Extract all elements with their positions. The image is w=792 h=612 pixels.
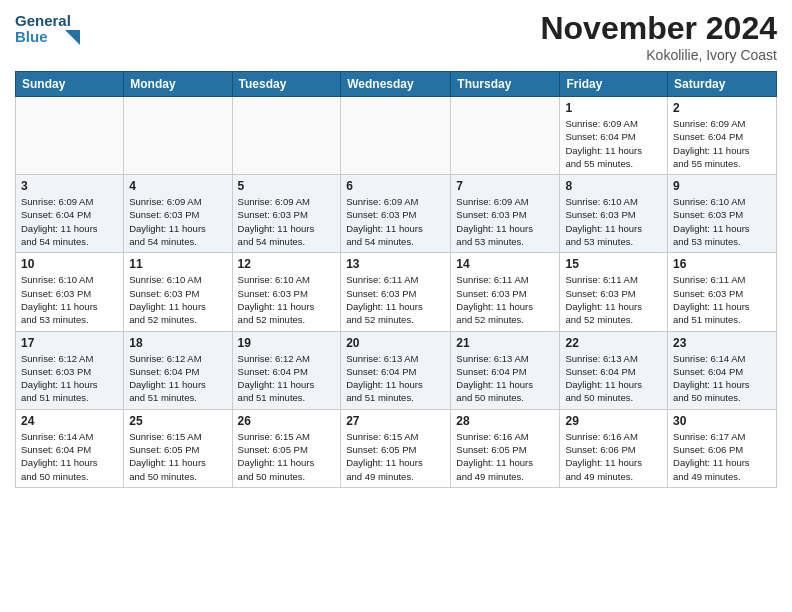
title-block: November 2024 Kokolilie, Ivory Coast [540, 10, 777, 63]
svg-text:Blue: Blue [15, 28, 48, 45]
calendar-cell: 2Sunrise: 6:09 AM Sunset: 6:04 PM Daylig… [668, 97, 777, 175]
calendar-cell: 27Sunrise: 6:15 AM Sunset: 6:05 PM Dayli… [341, 409, 451, 487]
month-title: November 2024 [540, 10, 777, 47]
calendar-cell [16, 97, 124, 175]
day-number: 3 [21, 179, 118, 193]
calendar-cell: 4Sunrise: 6:09 AM Sunset: 6:03 PM Daylig… [124, 175, 232, 253]
day-info: Sunrise: 6:14 AM Sunset: 6:04 PM Dayligh… [673, 352, 771, 405]
day-number: 9 [673, 179, 771, 193]
weekday-header-tuesday: Tuesday [232, 72, 341, 97]
day-info: Sunrise: 6:09 AM Sunset: 6:03 PM Dayligh… [456, 195, 554, 248]
calendar-cell: 10Sunrise: 6:10 AM Sunset: 6:03 PM Dayli… [16, 253, 124, 331]
day-info: Sunrise: 6:10 AM Sunset: 6:03 PM Dayligh… [565, 195, 662, 248]
day-number: 8 [565, 179, 662, 193]
logo: General Blue [15, 10, 85, 50]
calendar-cell: 26Sunrise: 6:15 AM Sunset: 6:05 PM Dayli… [232, 409, 341, 487]
day-info: Sunrise: 6:15 AM Sunset: 6:05 PM Dayligh… [238, 430, 336, 483]
day-number: 24 [21, 414, 118, 428]
day-number: 20 [346, 336, 445, 350]
day-number: 2 [673, 101, 771, 115]
calendar-cell: 28Sunrise: 6:16 AM Sunset: 6:05 PM Dayli… [451, 409, 560, 487]
day-number: 4 [129, 179, 226, 193]
calendar-cell: 7Sunrise: 6:09 AM Sunset: 6:03 PM Daylig… [451, 175, 560, 253]
calendar-cell: 12Sunrise: 6:10 AM Sunset: 6:03 PM Dayli… [232, 253, 341, 331]
day-info: Sunrise: 6:17 AM Sunset: 6:06 PM Dayligh… [673, 430, 771, 483]
day-number: 13 [346, 257, 445, 271]
calendar-cell: 19Sunrise: 6:12 AM Sunset: 6:04 PM Dayli… [232, 331, 341, 409]
weekday-header-monday: Monday [124, 72, 232, 97]
weekday-header-saturday: Saturday [668, 72, 777, 97]
day-info: Sunrise: 6:09 AM Sunset: 6:03 PM Dayligh… [238, 195, 336, 248]
logo-svg: General Blue [15, 10, 85, 50]
day-info: Sunrise: 6:09 AM Sunset: 6:03 PM Dayligh… [129, 195, 226, 248]
day-number: 19 [238, 336, 336, 350]
day-info: Sunrise: 6:12 AM Sunset: 6:04 PM Dayligh… [129, 352, 226, 405]
day-info: Sunrise: 6:11 AM Sunset: 6:03 PM Dayligh… [565, 273, 662, 326]
calendar-cell [124, 97, 232, 175]
day-info: Sunrise: 6:16 AM Sunset: 6:05 PM Dayligh… [456, 430, 554, 483]
day-info: Sunrise: 6:16 AM Sunset: 6:06 PM Dayligh… [565, 430, 662, 483]
day-info: Sunrise: 6:09 AM Sunset: 6:04 PM Dayligh… [673, 117, 771, 170]
calendar-cell: 9Sunrise: 6:10 AM Sunset: 6:03 PM Daylig… [668, 175, 777, 253]
weekday-header-friday: Friday [560, 72, 668, 97]
day-info: Sunrise: 6:11 AM Sunset: 6:03 PM Dayligh… [456, 273, 554, 326]
calendar-cell: 16Sunrise: 6:11 AM Sunset: 6:03 PM Dayli… [668, 253, 777, 331]
calendar-cell: 6Sunrise: 6:09 AM Sunset: 6:03 PM Daylig… [341, 175, 451, 253]
day-number: 11 [129, 257, 226, 271]
day-info: Sunrise: 6:09 AM Sunset: 6:04 PM Dayligh… [21, 195, 118, 248]
day-number: 15 [565, 257, 662, 271]
calendar-cell: 24Sunrise: 6:14 AM Sunset: 6:04 PM Dayli… [16, 409, 124, 487]
calendar-cell: 5Sunrise: 6:09 AM Sunset: 6:03 PM Daylig… [232, 175, 341, 253]
calendar-cell: 17Sunrise: 6:12 AM Sunset: 6:03 PM Dayli… [16, 331, 124, 409]
calendar-cell: 14Sunrise: 6:11 AM Sunset: 6:03 PM Dayli… [451, 253, 560, 331]
calendar-cell: 23Sunrise: 6:14 AM Sunset: 6:04 PM Dayli… [668, 331, 777, 409]
day-info: Sunrise: 6:13 AM Sunset: 6:04 PM Dayligh… [456, 352, 554, 405]
week-row-1: 1Sunrise: 6:09 AM Sunset: 6:04 PM Daylig… [16, 97, 777, 175]
weekday-header-thursday: Thursday [451, 72, 560, 97]
calendar-cell: 21Sunrise: 6:13 AM Sunset: 6:04 PM Dayli… [451, 331, 560, 409]
day-number: 1 [565, 101, 662, 115]
day-number: 10 [21, 257, 118, 271]
calendar: SundayMondayTuesdayWednesdayThursdayFrid… [15, 71, 777, 488]
day-info: Sunrise: 6:14 AM Sunset: 6:04 PM Dayligh… [21, 430, 118, 483]
week-row-3: 10Sunrise: 6:10 AM Sunset: 6:03 PM Dayli… [16, 253, 777, 331]
day-number: 12 [238, 257, 336, 271]
day-info: Sunrise: 6:15 AM Sunset: 6:05 PM Dayligh… [346, 430, 445, 483]
svg-marker-1 [65, 30, 80, 45]
weekday-header-row: SundayMondayTuesdayWednesdayThursdayFrid… [16, 72, 777, 97]
day-number: 7 [456, 179, 554, 193]
day-number: 28 [456, 414, 554, 428]
page: General Blue November 2024 Kokolilie, Iv… [0, 0, 792, 612]
day-info: Sunrise: 6:11 AM Sunset: 6:03 PM Dayligh… [673, 273, 771, 326]
weekday-header-sunday: Sunday [16, 72, 124, 97]
day-number: 18 [129, 336, 226, 350]
day-info: Sunrise: 6:15 AM Sunset: 6:05 PM Dayligh… [129, 430, 226, 483]
calendar-cell: 3Sunrise: 6:09 AM Sunset: 6:04 PM Daylig… [16, 175, 124, 253]
day-info: Sunrise: 6:10 AM Sunset: 6:03 PM Dayligh… [129, 273, 226, 326]
week-row-2: 3Sunrise: 6:09 AM Sunset: 6:04 PM Daylig… [16, 175, 777, 253]
day-number: 21 [456, 336, 554, 350]
day-info: Sunrise: 6:09 AM Sunset: 6:04 PM Dayligh… [565, 117, 662, 170]
day-info: Sunrise: 6:12 AM Sunset: 6:03 PM Dayligh… [21, 352, 118, 405]
day-number: 25 [129, 414, 226, 428]
day-number: 5 [238, 179, 336, 193]
calendar-cell: 13Sunrise: 6:11 AM Sunset: 6:03 PM Dayli… [341, 253, 451, 331]
day-info: Sunrise: 6:13 AM Sunset: 6:04 PM Dayligh… [346, 352, 445, 405]
calendar-cell [341, 97, 451, 175]
header: General Blue November 2024 Kokolilie, Iv… [15, 10, 777, 63]
day-number: 14 [456, 257, 554, 271]
weekday-header-wednesday: Wednesday [341, 72, 451, 97]
week-row-4: 17Sunrise: 6:12 AM Sunset: 6:03 PM Dayli… [16, 331, 777, 409]
calendar-cell [451, 97, 560, 175]
day-number: 27 [346, 414, 445, 428]
location: Kokolilie, Ivory Coast [540, 47, 777, 63]
day-number: 17 [21, 336, 118, 350]
day-number: 22 [565, 336, 662, 350]
calendar-cell: 15Sunrise: 6:11 AM Sunset: 6:03 PM Dayli… [560, 253, 668, 331]
calendar-cell: 8Sunrise: 6:10 AM Sunset: 6:03 PM Daylig… [560, 175, 668, 253]
day-info: Sunrise: 6:10 AM Sunset: 6:03 PM Dayligh… [21, 273, 118, 326]
day-number: 6 [346, 179, 445, 193]
calendar-cell: 25Sunrise: 6:15 AM Sunset: 6:05 PM Dayli… [124, 409, 232, 487]
week-row-5: 24Sunrise: 6:14 AM Sunset: 6:04 PM Dayli… [16, 409, 777, 487]
day-number: 16 [673, 257, 771, 271]
